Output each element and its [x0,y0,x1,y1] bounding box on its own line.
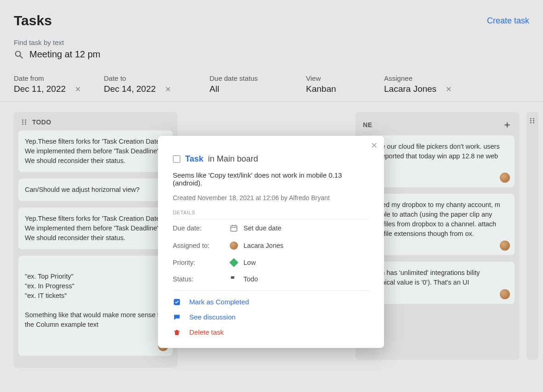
delete-task-button[interactable]: Delete task [173,325,369,340]
svg-point-12 [530,122,532,123]
svg-point-0 [16,51,21,56]
task-card[interactable]: "ex. Top Priority" "ex. In Progress" "ex… [18,256,173,356]
svg-point-7 [25,123,26,125]
clear-date-from-icon[interactable]: ✕ [75,85,81,94]
clear-date-to-icon[interactable]: ✕ [165,85,171,94]
filter-date-from-value[interactable]: Dec 11, 2022 [14,84,66,94]
search-label: Find task by text [14,39,529,46]
create-task-link[interactable]: Create task [487,16,529,26]
svg-line-1 [20,56,23,58]
column-title: TODO [32,118,51,126]
task-type-label[interactable]: Task [185,154,204,164]
detail-key: Priority: [173,259,230,266]
clear-assignee-icon[interactable]: ✕ [446,85,452,94]
task-card[interactable]: Yep.These filters forks for 'Task Creati… [18,207,173,249]
filter-due-status-label: Due date status [209,74,283,82]
task-card-text: "ex. Top Priority" "ex. In Progress" "ex… [25,273,165,328]
priority-icon [230,259,243,266]
detail-value: Lacara Jones [243,242,283,249]
trash-icon [173,329,181,336]
see-discussion-button[interactable]: See discussion [173,309,369,325]
calendar-icon [230,224,243,232]
action-label: Mark as Completed [189,298,249,306]
task-card-text: e linked my dropbox to my chanty account… [367,201,500,237]
task-card[interactable]: Yep.These filters forks for 'Task Creati… [18,130,173,172]
add-card-icon[interactable]: ＋ [503,118,512,131]
assignee-avatar [230,241,243,250]
kanban-column-peek [526,112,538,360]
action-label: See discussion [189,313,236,321]
assignee-avatar [500,173,510,183]
search-input[interactable]: Meeting at 12 pm [29,49,101,60]
filter-view-value[interactable]: Kanban [306,84,336,94]
filter-view-label: View [306,74,361,82]
svg-point-8 [530,118,532,119]
filter-date-to-value[interactable]: Dec 14, 2022 [104,84,156,94]
check-icon [173,298,181,306]
drag-handle-icon[interactable] [529,118,536,354]
filter-due-status-value[interactable]: All [209,84,219,94]
task-location: in Main board [208,154,258,164]
filter-date-to-label: Date to [104,74,187,82]
svg-point-13 [533,122,534,123]
detail-key: Assigned to: [173,242,230,249]
detail-row-due-date[interactable]: Due date: Set due date [173,219,369,237]
kanban-column-todo: TODO Yep.These filters forks for 'Task C… [14,112,177,368]
task-created-meta: Created November 18, 2021 at 12:06 by Al… [173,194,369,202]
task-detail-modal: ✕ Task in Main board Seems like 'Copy te… [158,136,384,348]
detail-row-status[interactable]: Status: Todo [173,271,369,287]
detail-row-priority[interactable]: Priority: Low [173,254,369,271]
mark-completed-button[interactable]: Mark as Completed [173,294,369,309]
detail-value: Set due date [243,224,281,232]
detail-row-assigned[interactable]: Assigned to: Lacara Jones [173,237,369,254]
svg-point-10 [530,120,532,122]
filter-date-from-label: Date from [14,74,81,82]
svg-rect-14 [231,226,237,231]
svg-point-11 [533,120,534,122]
detail-key: Due date: [173,224,230,232]
flag-icon [230,275,243,283]
task-card-text: ks like our cloud file pickers don't wor… [367,143,500,169]
search-icon [14,50,24,60]
svg-point-3 [25,119,26,121]
task-card-text: Can/Should we adjust horizornal view? [25,186,140,193]
detail-key: Status: [173,275,230,283]
svg-point-4 [22,122,23,123]
chat-icon [173,314,181,321]
drag-handle-icon[interactable] [21,119,28,125]
details-heading: DETAILS [173,210,369,219]
svg-point-9 [533,118,534,119]
task-card-text: Yep.These filters forks for 'Task Creati… [25,138,163,164]
filter-assignee-label: Assignee [384,74,452,82]
task-complete-checkbox[interactable] [173,155,181,163]
assignee-avatar [500,241,510,251]
svg-point-2 [22,119,23,121]
page-title: Tasks [14,13,52,28]
action-label: Delete task [189,328,224,336]
svg-point-6 [22,123,23,125]
task-card[interactable]: Can/Should we adjust horizornal view? [18,179,173,201]
close-icon[interactable]: ✕ [371,140,378,151]
column-title-partial: NE [363,121,372,129]
filter-assignee-value[interactable]: Lacara Jones [384,84,436,94]
detail-value: Todo [243,275,258,283]
assignee-avatar [500,289,510,299]
detail-value: Low [243,259,256,266]
task-card-text: Yep.These filters forks for 'Task Creati… [25,215,163,241]
svg-point-5 [25,122,26,123]
task-description: Seems like 'Copy text/link' does not wor… [173,171,369,187]
